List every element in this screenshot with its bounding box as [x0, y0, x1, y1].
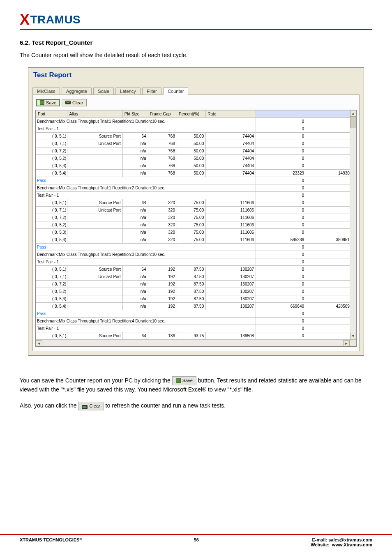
tab-mixclass[interactable]: MixClass — [32, 88, 60, 94]
table-row: ( 0, 5,3)n/a19287.5013020700 — [36, 295, 356, 302]
table-row: ( 0, 5,4)n/a32075.0011160659523638095104 — [36, 236, 356, 243]
tab-aggregate[interactable]: Aggregate — [62, 88, 92, 94]
logo: XTRAMUS — [20, 12, 372, 27]
table-row: ( 0, 5,2)n/a76850.007440400 — [36, 154, 356, 162]
table-row: ( 0, 5,3)n/a76850.007440400 — [36, 162, 356, 169]
header-col8[interactable] — [306, 110, 356, 117]
table-row: ( 0, 7,1)Unicast Portn/a76850.007440400 — [36, 140, 356, 147]
clear-button[interactable]: 000Clear — [62, 99, 87, 106]
horizontal-scrollbar[interactable]: ◄ ► — [36, 340, 356, 346]
footer-left: XTRAMUS TECHNOLOGIES® — [20, 537, 82, 547]
logo-text: TRAMUS — [30, 13, 81, 26]
save-icon — [40, 100, 44, 105]
header-rate[interactable]: Rate — [206, 110, 256, 117]
save-label: Save — [46, 100, 56, 105]
save-note: You can save the Counter report on your … — [20, 376, 372, 394]
table-row: ( 0, 5,1)Source Port6419287.5013020700 — [36, 265, 356, 273]
testpair-row: Test Pair - 100 — [36, 191, 356, 199]
benchmark-row: Benchmark:Mix Class Throughput Trial:1 R… — [36, 184, 356, 191]
report-title: Test Report — [28, 68, 364, 87]
table-row: ( 0, 7,2)n/a19287.5013020700 — [36, 280, 356, 288]
footer-right: E-mail: sales@xtramus.com Website: www.X… — [311, 537, 372, 547]
table-row: ( 0, 7,2)n/a76850.007440400 — [36, 147, 356, 154]
testpair-row: Test Pair - 100 — [36, 258, 356, 265]
header-alias[interactable]: Alias — [67, 110, 122, 117]
result-row: Pass00 — [36, 177, 356, 184]
clear-icon: 000 — [82, 405, 88, 409]
testpair-row: Test Pair - 100 — [36, 325, 356, 332]
table-row: ( 0, 5,1)Source Port6476850.007440400 — [36, 132, 356, 140]
section-title: 6.2. Test Report_Counter — [20, 39, 372, 46]
grid-table: Port Alias Pkt Size Frame Gap Percent(%)… — [36, 110, 356, 340]
benchmark-row: Benchmark:Mix Class Throughput Trial:1 R… — [36, 117, 356, 125]
table-row: ( 0, 5,1)Source Port6413693.7513950800 — [36, 332, 356, 339]
intro-text: The Counter report will show the detaile… — [20, 51, 372, 60]
header-pktsize[interactable]: Pkt Size — [122, 110, 148, 117]
table-row: ( 0, 7,1)Unicast Portn/a32075.0011160600 — [36, 206, 356, 214]
logo-x-icon: X — [20, 12, 30, 27]
save-icon — [176, 378, 181, 383]
table-row: ( 0, 5,3)n/a32075.0011160600 — [36, 228, 356, 236]
result-row: Pass00 — [36, 243, 356, 251]
table-row: ( 0, 5,2)n/a32075.0011160600 — [36, 221, 356, 228]
table-row: ( 0, 7,1)Unicast Portn/a19287.5013020700 — [36, 273, 356, 280]
clear-label: Clear — [72, 100, 83, 105]
table-row: ( 0, 5,4)n/a76850.0074404233291493056 — [36, 169, 356, 177]
clear-icon: 000 — [65, 101, 71, 104]
header-col7[interactable] — [256, 110, 306, 117]
testpair-row: Test Pair - 100 — [36, 125, 356, 132]
divider — [20, 29, 372, 30]
clear-note: Also, you can click the 000Clear to refr… — [20, 401, 372, 410]
benchmark-row: Benchmark:Mix Class Throughput Trial:1 R… — [36, 251, 356, 258]
result-row: Pass00 — [36, 310, 356, 317]
scroll-right-icon[interactable]: ► — [343, 340, 350, 346]
scroll-thumb[interactable] — [350, 117, 356, 128]
scroll-up-icon[interactable]: ▲ — [350, 110, 356, 117]
save-button[interactable]: Save — [36, 99, 60, 106]
tab-latency[interactable]: Latency — [115, 88, 141, 94]
test-report-panel: Test Report MixClass Aggregate Scale Lat… — [28, 67, 364, 356]
header-framegap[interactable]: Frame Gap — [148, 110, 177, 117]
table-row: ( 0, 5,2)n/a19287.5013020700 — [36, 288, 356, 295]
scroll-corner — [350, 340, 356, 346]
table-row: ( 0, 5,4)n/a19287.5013020766964042856960 — [36, 302, 356, 310]
vertical-scrollbar[interactable]: ▲ ▼ — [350, 110, 356, 339]
tab-bar: MixClass Aggregate Scale Latency Filter … — [28, 87, 364, 94]
header-percent[interactable]: Percent(%) — [177, 110, 205, 117]
footer-page: 56 — [194, 537, 199, 547]
inline-clear-button: 000Clear — [78, 402, 104, 410]
benchmark-row: Benchmark:Mix Class Throughput Trial:1 R… — [36, 317, 356, 325]
header-port[interactable]: Port — [36, 110, 67, 117]
table-row: ( 0, 7,2)n/a32075.0011160600 — [36, 214, 356, 221]
tab-filter[interactable]: Filter — [142, 88, 161, 94]
tab-panel: Save 000Clear Port Alias Pkt Size Frame … — [32, 94, 360, 351]
tab-counter[interactable]: Counter — [163, 88, 188, 95]
toolbar: Save 000Clear — [35, 99, 357, 106]
inline-save-button: Save — [172, 376, 196, 385]
scroll-left-icon[interactable]: ◄ — [36, 340, 42, 346]
footer: XTRAMUS TECHNOLOGIES® 56 E-mail: sales@x… — [0, 534, 392, 555]
header-row: Port Alias Pkt Size Frame Gap Percent(%)… — [36, 110, 356, 117]
table-row: ( 0, 5,1)Source Port6432075.0011160600 — [36, 199, 356, 206]
result-grid: Port Alias Pkt Size Frame Gap Percent(%)… — [35, 110, 357, 347]
scroll-down-icon[interactable]: ▼ — [350, 333, 356, 339]
tab-scale[interactable]: Scale — [93, 88, 114, 94]
